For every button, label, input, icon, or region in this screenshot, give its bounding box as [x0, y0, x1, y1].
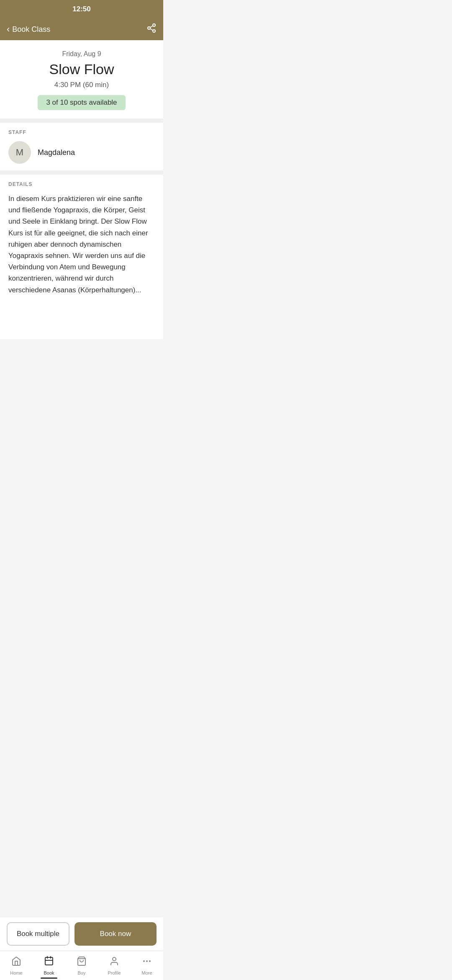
status-time: 12:50	[72, 5, 90, 13]
divider-2	[0, 170, 163, 175]
details-section-label: DETAILS	[8, 181, 155, 187]
svg-line-3	[150, 29, 153, 31]
svg-line-4	[150, 26, 153, 28]
staff-section: STAFF M Magdalena	[0, 123, 163, 170]
details-section: DETAILS In diesem Kurs praktizieren wir …	[0, 175, 163, 306]
class-time: 4:30 PM (60 min)	[8, 81, 155, 89]
staff-item: M Magdalena	[8, 141, 155, 164]
status-bar: 12:50	[0, 0, 163, 18]
staff-avatar: M	[8, 141, 31, 164]
staff-name: Magdalena	[38, 148, 75, 157]
details-text: In diesem Kurs praktizieren wir eine san…	[8, 193, 155, 296]
staff-initial: M	[16, 147, 23, 158]
divider-1	[0, 119, 163, 123]
share-button[interactable]	[146, 23, 157, 36]
back-arrow-icon: ‹	[7, 24, 10, 35]
main-content: Friday, Aug 9 Slow Flow 4:30 PM (60 min)…	[0, 40, 163, 339]
spots-badge: 3 of 10 spots available	[38, 95, 125, 110]
nav-bar: ‹ Book Class	[0, 18, 163, 40]
class-date: Friday, Aug 9	[8, 50, 155, 58]
back-button[interactable]: ‹ Book Class	[7, 24, 50, 35]
class-header: Friday, Aug 9 Slow Flow 4:30 PM (60 min)…	[0, 40, 163, 119]
class-name: Slow Flow	[8, 61, 155, 77]
staff-section-label: STAFF	[8, 129, 155, 135]
nav-title: Book Class	[12, 25, 50, 34]
